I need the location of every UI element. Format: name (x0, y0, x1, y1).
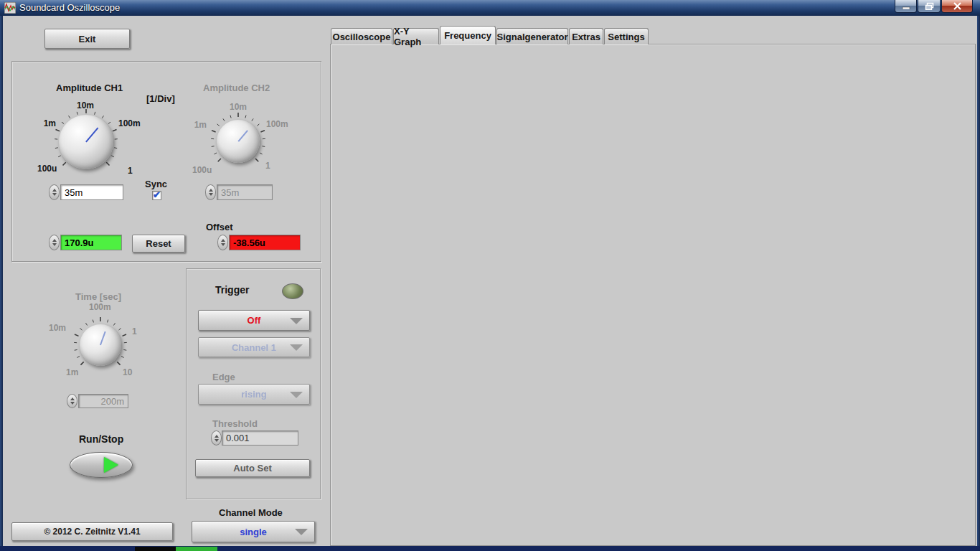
time-value-text: 200m (100, 396, 124, 407)
titlebar: Soundcard Oszilloscope (0, 0, 980, 16)
amplitude-ch2-spinner[interactable] (205, 184, 216, 200)
offset-label: Offset (206, 222, 233, 232)
minimize-icon (902, 3, 910, 9)
time-spinner[interactable] (67, 394, 77, 408)
tab-frequency[interactable]: Frequency (440, 26, 496, 44)
time-title: Time [sec] (75, 291, 121, 302)
channel-mode-value: single (240, 527, 267, 537)
amplitude-ch1-knob[interactable] (59, 115, 113, 169)
trigger-edge-dropdown: rising (198, 384, 310, 405)
tab-oscilloscope[interactable]: Oscilloscope (331, 28, 392, 44)
time-knob-needle (100, 331, 106, 345)
amplitude-ch1-value[interactable]: 35m (60, 184, 123, 200)
trigger-title: Trigger (215, 284, 249, 296)
amplitude-ch1-title: Amplitude CH1 (56, 83, 123, 93)
trigger-source-value: Channel 1 (232, 342, 276, 353)
close-button[interactable] (941, 0, 973, 13)
time-scale-1m: 1m (66, 367, 78, 377)
channel-mode-label: Channel Mode (219, 507, 283, 518)
knob-scale-100u: 100u (37, 164, 57, 174)
tab-extras[interactable]: Extras (569, 28, 603, 44)
ch1-offset-text: 170.9u (65, 237, 93, 248)
knob-scale-100m: 100m (118, 118, 141, 128)
ch2-offset-value: -38.56u (229, 235, 301, 250)
copyright-button[interactable]: © 2012 C. Zeitnitz V1.41 (11, 522, 173, 541)
ch1-offset-value: 170.9u (60, 235, 122, 250)
amplitude-ch2-value-text: 35m (221, 187, 239, 198)
app-window: Soundcard Oszilloscope Exit Amplitude CH… (0, 0, 980, 551)
tab-label: Signalgenerator (497, 32, 568, 42)
restore-button[interactable] (918, 0, 941, 13)
ch2-offset-spinner[interactable] (217, 235, 228, 250)
time-knob[interactable] (80, 324, 121, 366)
knob-scale-10m: 10m (73, 100, 98, 110)
sync-label: Sync (145, 179, 167, 189)
trigger-led (282, 283, 303, 299)
run-stop-button[interactable] (70, 452, 133, 478)
auto-set-button[interactable]: Auto Set (195, 459, 310, 477)
knob-scale-100m: 100m (266, 119, 288, 129)
amplitude-ch2-knob[interactable] (217, 120, 260, 163)
tab-label: Oscilloscope (333, 32, 391, 42)
app-icon (4, 2, 16, 14)
amplitude-ch2-needle (237, 130, 248, 142)
knob-scale-100u: 100u (192, 165, 212, 175)
threshold-label: Threshold (212, 418, 258, 429)
threshold-spinner[interactable] (211, 430, 222, 446)
taskbar-sliver (0, 546, 980, 551)
time-scale-1: 1 (132, 326, 137, 336)
chevron-down-icon (290, 392, 303, 398)
time-scale-10: 10 (123, 367, 132, 377)
amplitude-ch2-value: 35m (217, 184, 273, 200)
trigger-edge-value: rising (241, 389, 266, 400)
threshold-value-text: 0.001 (226, 433, 250, 443)
knob-scale-10m: 10m (226, 102, 250, 112)
amplitude-ch1-needle (85, 128, 98, 143)
trigger-mode-dropdown[interactable]: Off (198, 310, 310, 331)
trigger-mode-value: Off (248, 315, 261, 326)
taskbar-item-green (176, 547, 217, 551)
trigger-source-dropdown: Channel 1 (198, 337, 310, 357)
exit-label: Exit (79, 34, 96, 44)
knob-scale-1m: 1m (34, 118, 56, 128)
restore-icon (925, 2, 934, 10)
amplitude-ch2-title: Amplitude CH2 (203, 83, 270, 93)
copyright-label: © 2012 C. Zeitnitz V1.41 (44, 527, 140, 537)
ch2-offset-text: -38.56u (233, 237, 265, 248)
knob-scale-1: 1 (265, 161, 270, 171)
auto-set-label: Auto Set (233, 463, 271, 474)
tab-label: Frequency (444, 30, 491, 41)
minimize-button[interactable] (895, 0, 917, 13)
time-scale-100m: 100m (89, 302, 111, 312)
tab-signalgenerator[interactable]: Signalgenerator (496, 28, 568, 44)
tab-page (330, 44, 976, 546)
chevron-down-icon (290, 344, 303, 351)
tab-xy-graph[interactable]: X-Y Graph (393, 28, 439, 44)
chevron-down-icon (295, 529, 308, 535)
tab-settings[interactable]: Settings (604, 28, 649, 44)
tab-label: Settings (608, 32, 644, 42)
amplitude-ch1-spinner[interactable] (49, 184, 60, 200)
reset-label: Reset (146, 238, 171, 249)
run-stop-label: Run/Stop (79, 433, 123, 445)
knob-scale-1m: 1m (185, 120, 207, 130)
window-border-left (0, 16, 3, 546)
close-icon (953, 2, 961, 10)
edge-label: Edge (212, 372, 235, 382)
exit-button[interactable]: Exit (44, 29, 130, 49)
ch1-offset-spinner[interactable] (49, 235, 60, 250)
tab-label: X-Y Graph (394, 26, 438, 47)
time-value: 200m (78, 394, 128, 408)
window-title: Soundcard Oszilloscope (19, 2, 120, 13)
tab-label: Extras (572, 32, 600, 42)
amplitude-unit-label: [1/Div] (146, 93, 175, 104)
play-icon (104, 457, 118, 473)
time-scale-10m: 10m (49, 323, 66, 333)
window-border-right (977, 16, 980, 546)
amplitude-sync-checkbox[interactable] (152, 191, 161, 200)
offset-reset-button[interactable]: Reset (132, 235, 185, 253)
threshold-value[interactable]: 0.001 (222, 430, 298, 446)
knob-scale-1: 1 (128, 166, 133, 176)
taskbar-item (135, 547, 176, 551)
channel-mode-dropdown[interactable]: single (192, 521, 315, 542)
